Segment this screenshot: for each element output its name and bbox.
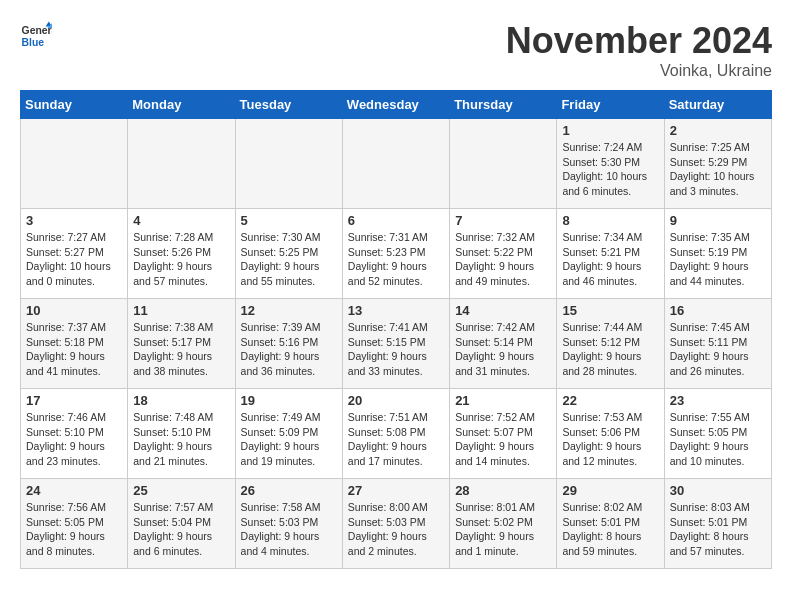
day-number: 15 bbox=[562, 303, 658, 318]
calendar-cell: 16Sunrise: 7:45 AM Sunset: 5:11 PM Dayli… bbox=[664, 299, 771, 389]
cell-info: Sunrise: 7:55 AM Sunset: 5:05 PM Dayligh… bbox=[670, 410, 766, 469]
weekday-header-row: SundayMondayTuesdayWednesdayThursdayFrid… bbox=[21, 91, 772, 119]
cell-info: Sunrise: 7:32 AM Sunset: 5:22 PM Dayligh… bbox=[455, 230, 551, 289]
cell-info: Sunrise: 8:02 AM Sunset: 5:01 PM Dayligh… bbox=[562, 500, 658, 559]
calendar-week-4: 17Sunrise: 7:46 AM Sunset: 5:10 PM Dayli… bbox=[21, 389, 772, 479]
cell-info: Sunrise: 7:39 AM Sunset: 5:16 PM Dayligh… bbox=[241, 320, 337, 379]
day-number: 2 bbox=[670, 123, 766, 138]
weekday-header-wednesday: Wednesday bbox=[342, 91, 449, 119]
calendar-cell: 13Sunrise: 7:41 AM Sunset: 5:15 PM Dayli… bbox=[342, 299, 449, 389]
day-number: 26 bbox=[241, 483, 337, 498]
cell-info: Sunrise: 7:45 AM Sunset: 5:11 PM Dayligh… bbox=[670, 320, 766, 379]
cell-info: Sunrise: 7:25 AM Sunset: 5:29 PM Dayligh… bbox=[670, 140, 766, 199]
day-number: 22 bbox=[562, 393, 658, 408]
calendar-week-2: 3Sunrise: 7:27 AM Sunset: 5:27 PM Daylig… bbox=[21, 209, 772, 299]
day-number: 29 bbox=[562, 483, 658, 498]
cell-info: Sunrise: 7:44 AM Sunset: 5:12 PM Dayligh… bbox=[562, 320, 658, 379]
cell-info: Sunrise: 7:31 AM Sunset: 5:23 PM Dayligh… bbox=[348, 230, 444, 289]
day-number: 3 bbox=[26, 213, 122, 228]
logo: General Blue bbox=[20, 20, 52, 52]
calendar-cell: 7Sunrise: 7:32 AM Sunset: 5:22 PM Daylig… bbox=[450, 209, 557, 299]
cell-info: Sunrise: 8:01 AM Sunset: 5:02 PM Dayligh… bbox=[455, 500, 551, 559]
day-number: 23 bbox=[670, 393, 766, 408]
cell-info: Sunrise: 7:57 AM Sunset: 5:04 PM Dayligh… bbox=[133, 500, 229, 559]
calendar-cell: 29Sunrise: 8:02 AM Sunset: 5:01 PM Dayli… bbox=[557, 479, 664, 569]
svg-text:Blue: Blue bbox=[22, 37, 45, 48]
day-number: 14 bbox=[455, 303, 551, 318]
calendar-cell: 18Sunrise: 7:48 AM Sunset: 5:10 PM Dayli… bbox=[128, 389, 235, 479]
cell-info: Sunrise: 7:30 AM Sunset: 5:25 PM Dayligh… bbox=[241, 230, 337, 289]
calendar-cell: 3Sunrise: 7:27 AM Sunset: 5:27 PM Daylig… bbox=[21, 209, 128, 299]
title-block: November 2024 Voinka, Ukraine bbox=[506, 20, 772, 80]
calendar-cell: 23Sunrise: 7:55 AM Sunset: 5:05 PM Dayli… bbox=[664, 389, 771, 479]
calendar-cell: 28Sunrise: 8:01 AM Sunset: 5:02 PM Dayli… bbox=[450, 479, 557, 569]
calendar-cell bbox=[128, 119, 235, 209]
cell-info: Sunrise: 7:46 AM Sunset: 5:10 PM Dayligh… bbox=[26, 410, 122, 469]
day-number: 27 bbox=[348, 483, 444, 498]
day-number: 1 bbox=[562, 123, 658, 138]
weekday-header-friday: Friday bbox=[557, 91, 664, 119]
calendar-week-1: 1Sunrise: 7:24 AM Sunset: 5:30 PM Daylig… bbox=[21, 119, 772, 209]
day-number: 20 bbox=[348, 393, 444, 408]
cell-info: Sunrise: 7:51 AM Sunset: 5:08 PM Dayligh… bbox=[348, 410, 444, 469]
day-number: 25 bbox=[133, 483, 229, 498]
calendar-cell: 20Sunrise: 7:51 AM Sunset: 5:08 PM Dayli… bbox=[342, 389, 449, 479]
day-number: 18 bbox=[133, 393, 229, 408]
day-number: 12 bbox=[241, 303, 337, 318]
calendar-cell bbox=[342, 119, 449, 209]
calendar-cell: 12Sunrise: 7:39 AM Sunset: 5:16 PM Dayli… bbox=[235, 299, 342, 389]
location-subtitle: Voinka, Ukraine bbox=[506, 62, 772, 80]
calendar-cell: 5Sunrise: 7:30 AM Sunset: 5:25 PM Daylig… bbox=[235, 209, 342, 299]
cell-info: Sunrise: 7:52 AM Sunset: 5:07 PM Dayligh… bbox=[455, 410, 551, 469]
cell-info: Sunrise: 7:37 AM Sunset: 5:18 PM Dayligh… bbox=[26, 320, 122, 379]
svg-text:General: General bbox=[22, 25, 52, 36]
calendar-cell: 2Sunrise: 7:25 AM Sunset: 5:29 PM Daylig… bbox=[664, 119, 771, 209]
cell-info: Sunrise: 8:00 AM Sunset: 5:03 PM Dayligh… bbox=[348, 500, 444, 559]
calendar-week-5: 24Sunrise: 7:56 AM Sunset: 5:05 PM Dayli… bbox=[21, 479, 772, 569]
calendar-cell: 22Sunrise: 7:53 AM Sunset: 5:06 PM Dayli… bbox=[557, 389, 664, 479]
cell-info: Sunrise: 7:53 AM Sunset: 5:06 PM Dayligh… bbox=[562, 410, 658, 469]
calendar-cell: 11Sunrise: 7:38 AM Sunset: 5:17 PM Dayli… bbox=[128, 299, 235, 389]
calendar-cell: 17Sunrise: 7:46 AM Sunset: 5:10 PM Dayli… bbox=[21, 389, 128, 479]
day-number: 9 bbox=[670, 213, 766, 228]
calendar-cell: 1Sunrise: 7:24 AM Sunset: 5:30 PM Daylig… bbox=[557, 119, 664, 209]
calendar-cell bbox=[450, 119, 557, 209]
day-number: 4 bbox=[133, 213, 229, 228]
calendar-cell: 24Sunrise: 7:56 AM Sunset: 5:05 PM Dayli… bbox=[21, 479, 128, 569]
logo-icon: General Blue bbox=[20, 20, 52, 52]
day-number: 11 bbox=[133, 303, 229, 318]
day-number: 8 bbox=[562, 213, 658, 228]
calendar-cell: 19Sunrise: 7:49 AM Sunset: 5:09 PM Dayli… bbox=[235, 389, 342, 479]
day-number: 16 bbox=[670, 303, 766, 318]
calendar-cell: 15Sunrise: 7:44 AM Sunset: 5:12 PM Dayli… bbox=[557, 299, 664, 389]
day-number: 13 bbox=[348, 303, 444, 318]
day-number: 19 bbox=[241, 393, 337, 408]
calendar-cell: 9Sunrise: 7:35 AM Sunset: 5:19 PM Daylig… bbox=[664, 209, 771, 299]
cell-info: Sunrise: 7:58 AM Sunset: 5:03 PM Dayligh… bbox=[241, 500, 337, 559]
cell-info: Sunrise: 7:27 AM Sunset: 5:27 PM Dayligh… bbox=[26, 230, 122, 289]
day-number: 6 bbox=[348, 213, 444, 228]
cell-info: Sunrise: 7:48 AM Sunset: 5:10 PM Dayligh… bbox=[133, 410, 229, 469]
calendar-cell: 14Sunrise: 7:42 AM Sunset: 5:14 PM Dayli… bbox=[450, 299, 557, 389]
calendar-week-3: 10Sunrise: 7:37 AM Sunset: 5:18 PM Dayli… bbox=[21, 299, 772, 389]
day-number: 17 bbox=[26, 393, 122, 408]
month-year-title: November 2024 bbox=[506, 20, 772, 62]
calendar-cell: 4Sunrise: 7:28 AM Sunset: 5:26 PM Daylig… bbox=[128, 209, 235, 299]
cell-info: Sunrise: 7:24 AM Sunset: 5:30 PM Dayligh… bbox=[562, 140, 658, 199]
calendar-cell bbox=[235, 119, 342, 209]
page-header: General Blue November 2024 Voinka, Ukrai… bbox=[20, 20, 772, 80]
calendar-cell bbox=[21, 119, 128, 209]
cell-info: Sunrise: 7:34 AM Sunset: 5:21 PM Dayligh… bbox=[562, 230, 658, 289]
day-number: 10 bbox=[26, 303, 122, 318]
calendar-cell: 30Sunrise: 8:03 AM Sunset: 5:01 PM Dayli… bbox=[664, 479, 771, 569]
cell-info: Sunrise: 7:56 AM Sunset: 5:05 PM Dayligh… bbox=[26, 500, 122, 559]
weekday-header-monday: Monday bbox=[128, 91, 235, 119]
weekday-header-tuesday: Tuesday bbox=[235, 91, 342, 119]
weekday-header-thursday: Thursday bbox=[450, 91, 557, 119]
calendar-cell: 8Sunrise: 7:34 AM Sunset: 5:21 PM Daylig… bbox=[557, 209, 664, 299]
day-number: 24 bbox=[26, 483, 122, 498]
cell-info: Sunrise: 8:03 AM Sunset: 5:01 PM Dayligh… bbox=[670, 500, 766, 559]
calendar-cell: 26Sunrise: 7:58 AM Sunset: 5:03 PM Dayli… bbox=[235, 479, 342, 569]
cell-info: Sunrise: 7:38 AM Sunset: 5:17 PM Dayligh… bbox=[133, 320, 229, 379]
day-number: 7 bbox=[455, 213, 551, 228]
